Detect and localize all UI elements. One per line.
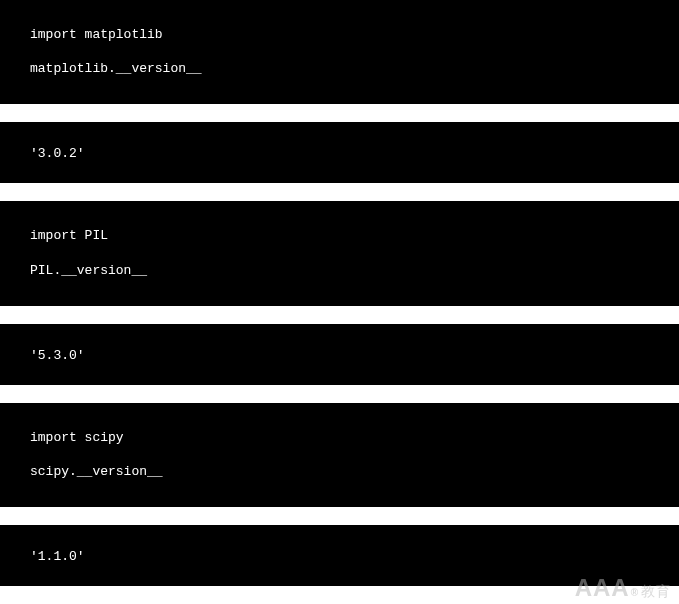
code-line: scipy.__version__ — [30, 463, 649, 481]
code-line: matplotlib.__version__ — [30, 60, 649, 78]
output-cell: '5.3.0' — [0, 324, 679, 385]
code-line: import matplotlib — [30, 26, 649, 44]
code-line: import scipy — [30, 429, 649, 447]
code-line: import PIL — [30, 227, 649, 245]
output-cell: '1.1.0' — [0, 525, 679, 586]
code-line: PIL.__version__ — [30, 262, 649, 280]
code-cell: import PIL PIL.__version__ — [0, 201, 679, 305]
registered-icon: ® — [631, 587, 639, 598]
notebook-container: import matplotlib matplotlib.__version__… — [0, 0, 679, 586]
output-cell: '3.0.2' — [0, 122, 679, 183]
code-cell: import matplotlib matplotlib.__version__ — [0, 0, 679, 104]
code-cell: import scipy scipy.__version__ — [0, 403, 679, 507]
